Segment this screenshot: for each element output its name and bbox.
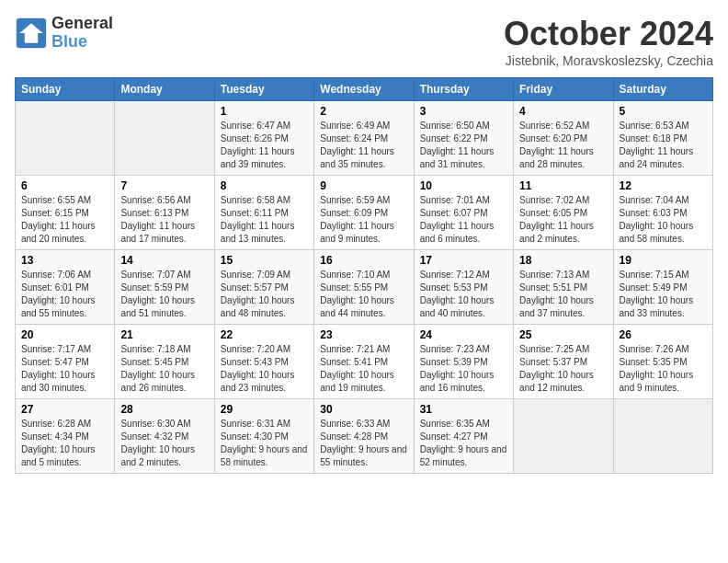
- weekday-header-thursday: Thursday: [414, 78, 513, 101]
- day-info: Sunrise: 7:06 AMSunset: 6:01 PMDaylight:…: [21, 269, 108, 320]
- calendar-cell: 27Sunrise: 6:28 AMSunset: 4:34 PMDayligh…: [16, 399, 115, 474]
- calendar-cell: 30Sunrise: 6:33 AMSunset: 4:28 PMDayligh…: [314, 399, 414, 474]
- calendar-cell: 16Sunrise: 7:10 AMSunset: 5:55 PMDayligh…: [314, 250, 414, 325]
- day-info: Sunrise: 7:20 AMSunset: 5:43 PMDaylight:…: [221, 343, 308, 395]
- day-number: 14: [120, 254, 208, 267]
- title-block: October 2024 Jistebnik, Moravskoslezsky,…: [504, 15, 713, 68]
- day-info: Sunrise: 7:10 AMSunset: 5:55 PMDaylight:…: [320, 269, 407, 320]
- calendar-cell: 24Sunrise: 7:23 AMSunset: 5:39 PMDayligh…: [414, 325, 513, 399]
- day-number: 2: [320, 105, 407, 118]
- logo-text: General Blue: [51, 15, 113, 52]
- day-number: 25: [519, 328, 607, 341]
- day-number: 16: [320, 254, 407, 267]
- calendar-cell: 29Sunrise: 6:31 AMSunset: 4:30 PMDayligh…: [214, 399, 313, 474]
- calendar-cell: 26Sunrise: 7:26 AMSunset: 5:35 PMDayligh…: [613, 325, 712, 399]
- calendar-header: SundayMondayTuesdayWednesdayThursdayFrid…: [16, 78, 713, 101]
- day-number: 4: [519, 105, 607, 118]
- calendar-cell: 14Sunrise: 7:07 AMSunset: 5:59 PMDayligh…: [115, 250, 214, 325]
- day-info: Sunrise: 7:04 AMSunset: 6:03 PMDaylight:…: [620, 194, 707, 246]
- day-number: 21: [120, 328, 208, 341]
- day-info: Sunrise: 6:53 AMSunset: 6:18 PMDaylight:…: [620, 120, 707, 171]
- day-number: 23: [320, 328, 407, 341]
- calendar-week-4: 20Sunrise: 7:17 AMSunset: 5:47 PMDayligh…: [16, 325, 713, 399]
- calendar-cell: 21Sunrise: 7:18 AMSunset: 5:45 PMDayligh…: [115, 325, 214, 399]
- calendar-cell: 25Sunrise: 7:25 AMSunset: 5:37 PMDayligh…: [514, 325, 613, 399]
- day-number: 28: [120, 403, 208, 416]
- weekday-header-tuesday: Tuesday: [214, 78, 313, 101]
- day-number: 8: [221, 179, 308, 192]
- calendar-cell: 17Sunrise: 7:12 AMSunset: 5:53 PMDayligh…: [414, 250, 513, 325]
- calendar-cell: 11Sunrise: 7:02 AMSunset: 6:05 PMDayligh…: [514, 176, 613, 250]
- weekday-header-monday: Monday: [115, 78, 214, 101]
- day-info: Sunrise: 7:02 AMSunset: 6:05 PMDaylight:…: [519, 194, 607, 246]
- calendar-week-5: 27Sunrise: 6:28 AMSunset: 4:34 PMDayligh…: [16, 399, 713, 474]
- day-number: 31: [420, 403, 507, 416]
- day-info: Sunrise: 6:49 AMSunset: 6:24 PMDaylight:…: [320, 120, 407, 171]
- day-info: Sunrise: 7:17 AMSunset: 5:47 PMDaylight:…: [21, 343, 108, 395]
- calendar-table: SundayMondayTuesdayWednesdayThursdayFrid…: [15, 77, 713, 474]
- calendar-cell: 3Sunrise: 6:50 AMSunset: 6:22 PMDaylight…: [414, 101, 513, 176]
- day-info: Sunrise: 7:12 AMSunset: 5:53 PMDaylight:…: [420, 269, 507, 320]
- day-number: 6: [21, 179, 108, 192]
- day-number: 9: [320, 179, 407, 192]
- calendar-cell: 18Sunrise: 7:13 AMSunset: 5:51 PMDayligh…: [514, 250, 613, 325]
- day-info: Sunrise: 7:25 AMSunset: 5:37 PMDaylight:…: [519, 343, 607, 395]
- logo: General Blue: [15, 15, 113, 52]
- day-number: 19: [620, 254, 707, 267]
- weekday-row: SundayMondayTuesdayWednesdayThursdayFrid…: [16, 78, 713, 101]
- day-number: 10: [420, 179, 507, 192]
- day-info: Sunrise: 6:47 AMSunset: 6:26 PMDaylight:…: [221, 120, 308, 171]
- calendar-cell: 31Sunrise: 6:35 AMSunset: 4:27 PMDayligh…: [414, 399, 513, 474]
- day-number: 30: [320, 403, 407, 416]
- day-info: Sunrise: 7:07 AMSunset: 5:59 PMDaylight:…: [120, 269, 208, 320]
- day-number: 27: [21, 403, 108, 416]
- calendar-cell: 19Sunrise: 7:15 AMSunset: 5:49 PMDayligh…: [613, 250, 712, 325]
- day-number: 5: [620, 105, 707, 118]
- calendar-cell: 2Sunrise: 6:49 AMSunset: 6:24 PMDaylight…: [314, 101, 414, 176]
- day-info: Sunrise: 7:18 AMSunset: 5:45 PMDaylight:…: [120, 343, 208, 395]
- calendar-cell: 6Sunrise: 6:55 AMSunset: 6:15 PMDaylight…: [16, 176, 115, 250]
- weekday-header-wednesday: Wednesday: [314, 78, 414, 101]
- calendar-cell: 20Sunrise: 7:17 AMSunset: 5:47 PMDayligh…: [16, 325, 115, 399]
- day-info: Sunrise: 7:13 AMSunset: 5:51 PMDaylight:…: [519, 269, 607, 320]
- day-number: 15: [221, 254, 308, 267]
- calendar-cell: 10Sunrise: 7:01 AMSunset: 6:07 PMDayligh…: [414, 176, 513, 250]
- weekday-header-sunday: Sunday: [16, 78, 115, 101]
- calendar-cell: [115, 101, 214, 176]
- day-info: Sunrise: 7:09 AMSunset: 5:57 PMDaylight:…: [221, 269, 308, 320]
- calendar-cell: 7Sunrise: 6:56 AMSunset: 6:13 PMDaylight…: [115, 176, 214, 250]
- day-info: Sunrise: 6:58 AMSunset: 6:11 PMDaylight:…: [221, 194, 308, 246]
- day-info: Sunrise: 6:52 AMSunset: 6:20 PMDaylight:…: [519, 120, 607, 171]
- weekday-header-friday: Friday: [514, 78, 613, 101]
- calendar-cell: 28Sunrise: 6:30 AMSunset: 4:32 PMDayligh…: [115, 399, 214, 474]
- day-info: Sunrise: 7:15 AMSunset: 5:49 PMDaylight:…: [620, 269, 707, 320]
- day-number: 24: [420, 328, 507, 341]
- calendar-week-3: 13Sunrise: 7:06 AMSunset: 6:01 PMDayligh…: [16, 250, 713, 325]
- calendar-cell: 12Sunrise: 7:04 AMSunset: 6:03 PMDayligh…: [613, 176, 712, 250]
- day-number: 18: [519, 254, 607, 267]
- day-info: Sunrise: 7:23 AMSunset: 5:39 PMDaylight:…: [420, 343, 507, 395]
- day-number: 17: [420, 254, 507, 267]
- day-info: Sunrise: 7:01 AMSunset: 6:07 PMDaylight:…: [420, 194, 507, 246]
- day-info: Sunrise: 7:26 AMSunset: 5:35 PMDaylight:…: [620, 343, 707, 395]
- day-info: Sunrise: 6:50 AMSunset: 6:22 PMDaylight:…: [420, 120, 507, 171]
- day-number: 11: [519, 179, 607, 192]
- page-header: General Blue October 2024 Jistebnik, Mor…: [15, 15, 713, 68]
- calendar-cell: [16, 101, 115, 176]
- day-info: Sunrise: 7:21 AMSunset: 5:41 PMDaylight:…: [320, 343, 407, 395]
- day-info: Sunrise: 6:28 AMSunset: 4:34 PMDaylight:…: [21, 418, 108, 469]
- day-info: Sunrise: 6:55 AMSunset: 6:15 PMDaylight:…: [21, 194, 108, 246]
- calendar-cell: [514, 399, 613, 474]
- calendar-cell: 22Sunrise: 7:20 AMSunset: 5:43 PMDayligh…: [214, 325, 313, 399]
- calendar-cell: 9Sunrise: 6:59 AMSunset: 6:09 PMDaylight…: [314, 176, 414, 250]
- day-info: Sunrise: 6:30 AMSunset: 4:32 PMDaylight:…: [120, 418, 208, 469]
- month-title: October 2024: [504, 15, 713, 53]
- day-number: 1: [221, 105, 308, 118]
- calendar-cell: 5Sunrise: 6:53 AMSunset: 6:18 PMDaylight…: [613, 101, 712, 176]
- day-number: 20: [21, 328, 108, 341]
- calendar-cell: 4Sunrise: 6:52 AMSunset: 6:20 PMDaylight…: [514, 101, 613, 176]
- calendar-week-2: 6Sunrise: 6:55 AMSunset: 6:15 PMDaylight…: [16, 176, 713, 250]
- day-number: 22: [221, 328, 308, 341]
- day-number: 12: [620, 179, 707, 192]
- calendar-cell: 13Sunrise: 7:06 AMSunset: 6:01 PMDayligh…: [16, 250, 115, 325]
